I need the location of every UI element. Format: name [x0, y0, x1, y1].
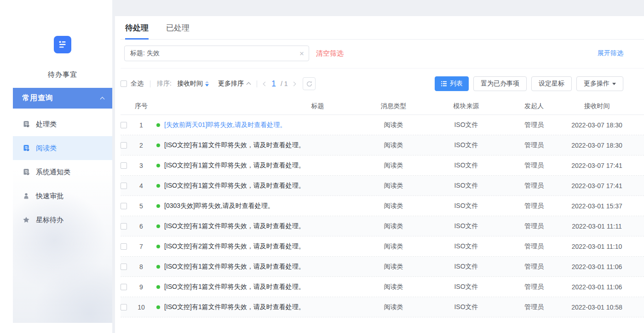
- more-actions-label: 更多操作: [584, 80, 610, 88]
- sidebar-item-quick-approval[interactable]: 快速审批: [13, 184, 112, 208]
- row-initiator: 管理员: [502, 161, 566, 170]
- row-message-type: 阅读类: [356, 283, 431, 291]
- row-module-source: ISO文件: [431, 202, 502, 210]
- row-module-source: ISO文件: [431, 161, 502, 170]
- search-input[interactable]: 标题: 失效 ×: [124, 46, 309, 61]
- group-label: 常用查询: [22, 93, 53, 103]
- row-message-type: 阅读类: [356, 222, 431, 230]
- header-no: 序号: [132, 102, 150, 110]
- refresh-icon: [306, 80, 313, 87]
- row-message-type: 阅读类: [356, 182, 431, 190]
- refresh-button[interactable]: [303, 77, 316, 90]
- table-row: 10 [ISO文控]有1篇文件即将失效，请及时查看处理。 阅读类 ISO文件 管…: [121, 297, 644, 317]
- row-title-link[interactable]: [ISO文控]有1篇文件即将失效，请及时查看处理。: [164, 222, 305, 230]
- person-stamp-icon: [23, 192, 30, 200]
- row-checkbox[interactable]: [121, 162, 127, 169]
- sidebar-group-common-queries[interactable]: 常用查询: [13, 88, 112, 109]
- status-dot-icon: [156, 305, 160, 309]
- row-checkbox[interactable]: [121, 203, 127, 209]
- row-index: 10: [132, 304, 150, 311]
- row-title-link[interactable]: [ISO文控]有1篇文件即将失效，请及时查看处理。: [164, 283, 305, 291]
- select-all-checkbox[interactable]: [121, 80, 127, 87]
- sidebar-item-starred[interactable]: 星标待办: [13, 208, 112, 232]
- table-row: 8 [ISO文控]有1篇文件即将失效，请及时查看处理。 阅读类 ISO文件 管理…: [121, 257, 644, 277]
- row-title-link[interactable]: [ISO文控]有1篇文件即将失效，请及时查看处理。: [164, 263, 305, 271]
- status-dot-icon: [156, 265, 160, 269]
- row-initiator: 管理员: [502, 141, 566, 149]
- row-initiator: 管理员: [502, 283, 566, 291]
- row-module-source: ISO文件: [431, 303, 502, 311]
- sidebar-item-label: 系统通知类: [36, 168, 70, 177]
- row-index: 9: [132, 283, 150, 291]
- header-type: 消息类型: [356, 102, 431, 110]
- row-title-link[interactable]: [失效前两天01]即将失效,请及时查看处理。: [164, 121, 286, 129]
- row-message-type: 阅读类: [356, 161, 431, 170]
- sidebar-menu: 处理类 阅读类 系统通知类: [13, 109, 112, 232]
- row-checkbox[interactable]: [121, 264, 127, 270]
- row-initiator: 管理员: [502, 121, 566, 129]
- select-all-label: 全选: [131, 80, 144, 88]
- status-dot-icon: [156, 144, 160, 147]
- row-title-link[interactable]: [0303失效]即将失效,请及时查看处理。: [164, 202, 274, 210]
- row-checkbox[interactable]: [121, 142, 127, 149]
- row-title-link[interactable]: [ISO文控]有1篇文件即将失效，请及时查看处理。: [164, 161, 305, 170]
- sort-caret-icon[interactable]: [205, 81, 209, 86]
- filter-row: 标题: 失效 × 清空筛选 展开筛选: [121, 46, 644, 61]
- row-module-source: ISO文件: [431, 283, 502, 291]
- divider: [150, 80, 150, 87]
- caret-down-icon: [612, 83, 616, 85]
- row-checkbox[interactable]: [121, 122, 127, 128]
- row-title-link[interactable]: [ISO文控]有2篇文件即将失效，请及时查看处理。: [164, 242, 305, 251]
- expand-filter-link[interactable]: 展开筛选: [598, 49, 623, 57]
- row-receive-time: 2022-03-07 18:30: [566, 121, 644, 129]
- row-module-source: ISO文件: [431, 263, 502, 271]
- row-checkbox[interactable]: [121, 183, 127, 189]
- clear-filter-link[interactable]: 清空筛选: [316, 49, 344, 58]
- row-receive-time: 2022-03-01 11:11: [566, 223, 644, 230]
- more-actions-button[interactable]: 更多操作: [576, 76, 623, 91]
- next-page-icon[interactable]: [292, 81, 296, 86]
- more-sort-button[interactable]: 更多排序: [218, 80, 250, 88]
- table-row: 6 [ISO文控]有1篇文件即将失效，请及时查看处理。 阅读类 ISO文件 管理…: [121, 216, 644, 236]
- row-index: 8: [132, 263, 150, 270]
- row-title-link[interactable]: [ISO文控]有1篇文件即将失效，请及时查看处理。: [164, 182, 305, 190]
- prev-page-icon[interactable]: [263, 81, 267, 86]
- row-initiator: 管理员: [502, 202, 566, 210]
- sidebar-item-reading[interactable]: 阅读类: [13, 136, 112, 160]
- more-sort-label: 更多排序: [218, 80, 244, 88]
- list-view-button[interactable]: 列表: [435, 76, 469, 91]
- row-receive-time: 2022-03-01 11:06: [566, 263, 644, 270]
- tab-processed[interactable]: 已处理: [166, 23, 190, 39]
- status-dot-icon: [156, 285, 160, 289]
- sort-label: 排序:: [157, 80, 172, 88]
- clear-search-icon[interactable]: ×: [299, 50, 304, 57]
- row-receive-time: 2022-03-07 17:41: [566, 162, 644, 169]
- sidebar-item-system-notice[interactable]: 系统通知类: [13, 160, 112, 184]
- mark-done-button[interactable]: 置为已办事项: [473, 76, 527, 91]
- row-initiator: 管理员: [502, 242, 566, 251]
- set-star-button[interactable]: 设定星标: [531, 76, 572, 91]
- doc-clock-icon: [23, 121, 30, 128]
- row-checkbox[interactable]: [121, 243, 127, 250]
- sidebar-item-processing[interactable]: 处理类: [13, 112, 112, 136]
- toolbar: 全选 排序: 接收时间 更多排序 1 / 1: [121, 75, 644, 92]
- sort-field-receive-time[interactable]: 接收时间: [177, 80, 209, 88]
- table-row: 9 [ISO文控]有1篇文件即将失效，请及时查看处理。 阅读类 ISO文件 管理…: [121, 277, 644, 297]
- row-checkbox[interactable]: [121, 304, 127, 310]
- todo-table: 序号 标题 消息类型 模块来源 发起人 接收时间 1 [失效前两天01]即将失效…: [121, 98, 644, 317]
- header-initiator: 发起人: [502, 102, 566, 110]
- row-receive-time: 2022-03-01 10:58: [566, 304, 644, 311]
- total-pages: / 1: [281, 80, 288, 87]
- sort-field-label: 接收时间: [177, 80, 203, 88]
- row-checkbox[interactable]: [121, 223, 127, 230]
- tab-pending[interactable]: 待处理: [125, 23, 149, 40]
- row-title-link[interactable]: [ISO文控]有1篇文件即将失效，请及时查看处理。: [164, 303, 305, 311]
- pagination: 1 / 1: [264, 77, 316, 90]
- current-page[interactable]: 1: [271, 79, 276, 89]
- row-receive-time: 2022-03-07 17:41: [566, 182, 644, 189]
- list-icon: [441, 80, 447, 87]
- row-checkbox[interactable]: [121, 284, 127, 290]
- star-icon: [23, 216, 30, 224]
- row-title-link[interactable]: [ISO文控]有1篇文件即将失效，请及时查看处理。: [164, 141, 305, 149]
- chevron-up-icon: [100, 97, 105, 101]
